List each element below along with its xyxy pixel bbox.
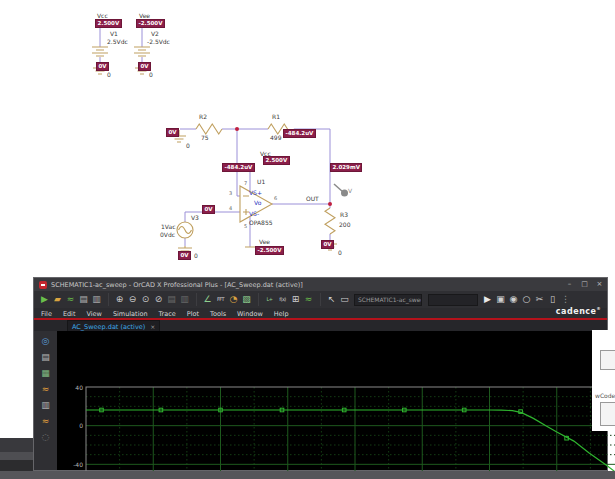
background-fragment-box bbox=[600, 402, 615, 426]
print-icon[interactable]: ▥ bbox=[91, 293, 103, 306]
bias-box-out: 2.029mV bbox=[330, 163, 362, 172]
toolbar-separator bbox=[315, 293, 321, 306]
simulation-queue-icon[interactable]: ▥ bbox=[39, 399, 52, 412]
u1-pin6: 6 bbox=[274, 195, 277, 202]
plot-side-toolbar: ◎▤▦≈▥≈◌ bbox=[34, 331, 58, 470]
menu-simulation[interactable]: Simulation bbox=[113, 310, 148, 318]
toolbar: ▶▰≈▤▥⊕⊖⊙⊘▤▥∠FFT◔▧L+f(x)⊞≈↖▭SCHEMATIC1-ac… bbox=[34, 291, 607, 308]
edit-simulation-settings-icon[interactable]: ≈ bbox=[39, 383, 52, 396]
menu-trace[interactable]: Trace bbox=[159, 310, 176, 318]
rerun-simulation-icon[interactable]: ≈ bbox=[39, 415, 52, 428]
stop-icon[interactable]: ○ bbox=[521, 293, 533, 306]
simulation-profile-combo[interactable]: SCHEMATIC1-ac_sweep bbox=[354, 294, 422, 306]
background-fragment-text: wCode bbox=[595, 392, 615, 399]
overflow-menu-icon[interactable]: ⋮ bbox=[560, 293, 572, 306]
menu-view[interactable]: View bbox=[86, 310, 101, 318]
r3-value: 200 bbox=[339, 221, 350, 228]
simulation-results-icon[interactable]: ▦ bbox=[39, 367, 52, 380]
add-plot-icon[interactable]: ⊞ bbox=[290, 293, 302, 306]
menu-tools[interactable]: Tools bbox=[210, 310, 226, 318]
background-window-fragment: wCode bbox=[592, 330, 615, 431]
menu-edit[interactable]: Edit bbox=[63, 310, 76, 318]
bias-box-0v-v1: 0V bbox=[96, 62, 109, 71]
new-simulation-icon[interactable]: ▶ bbox=[39, 293, 51, 306]
save-results-icon[interactable]: ▣ bbox=[495, 293, 507, 306]
gnd-0-v1: 0 bbox=[107, 71, 111, 78]
menu-file[interactable]: File bbox=[41, 310, 52, 318]
tab-close-icon[interactable]: × bbox=[150, 323, 155, 330]
battery-v1 bbox=[92, 47, 108, 56]
zoom-out-icon[interactable]: ⊖ bbox=[127, 293, 139, 306]
menu-window[interactable]: Window bbox=[237, 310, 263, 318]
chart-line-icon[interactable]: ▧ bbox=[241, 293, 253, 306]
bottom-bar bbox=[0, 471, 615, 479]
app-icon bbox=[39, 281, 47, 289]
close-button[interactable]: × bbox=[592, 279, 607, 290]
r2-value: 75 bbox=[201, 134, 209, 141]
minimize-button[interactable]: – bbox=[562, 279, 577, 290]
v1-value: 2.5Vdc bbox=[107, 38, 128, 45]
screen: Vcc V1 2.5Vdc 0 Vee V2 -2.5Vdc 0 R2 75 R… bbox=[0, 0, 615, 479]
zoom-fit-icon[interactable]: ⊘ bbox=[153, 293, 165, 306]
eval-goal-function-icon[interactable]: f(x) bbox=[277, 293, 289, 306]
u1-part: OPA855 bbox=[249, 219, 273, 226]
y-tick-label: 0 bbox=[67, 422, 83, 429]
resistor-r2 bbox=[196, 124, 222, 134]
schematic-drawing bbox=[0, 0, 615, 277]
mute-output-icon[interactable]: ◌ bbox=[39, 431, 52, 444]
u1-pin4: 4 bbox=[229, 205, 232, 212]
plot-y-axis-icon[interactable]: ∠ bbox=[202, 293, 214, 306]
r3-ref: R3 bbox=[340, 211, 348, 218]
bias-box-0v-v2: 0V bbox=[138, 62, 151, 71]
u1-ref: U1 bbox=[257, 178, 265, 185]
title-bar[interactable]: SCHEMATIC1-ac_sweep - OrCAD X Profession… bbox=[34, 278, 607, 291]
u1-vo-label: Vo bbox=[254, 199, 261, 206]
v3-ac: 1Vac bbox=[161, 223, 175, 230]
add-y-axis-icon[interactable]: L+ bbox=[264, 293, 276, 306]
background-fragment-box bbox=[600, 350, 615, 370]
open-file-icon[interactable]: ▰ bbox=[52, 293, 64, 306]
mark-data-points-icon[interactable]: ▭ bbox=[339, 293, 351, 306]
bias-box-0v-left: 0V bbox=[166, 128, 179, 137]
v3-dc: 0Vdc bbox=[160, 231, 175, 238]
menu-help[interactable]: Help bbox=[274, 310, 289, 318]
secondary-combo[interactable] bbox=[428, 294, 478, 306]
copy-page-icon[interactable]: ▤ bbox=[166, 293, 178, 306]
net-label-vee2: Vee bbox=[259, 238, 270, 245]
bias-box-inv-node: -484.2uV bbox=[283, 129, 316, 138]
y-tick-label: -40 bbox=[67, 461, 83, 468]
zoom-area-icon[interactable]: ⊙ bbox=[140, 293, 152, 306]
battery-v2 bbox=[134, 47, 150, 56]
paste-page-icon[interactable]: ▥ bbox=[179, 293, 191, 306]
fft-icon[interactable]: FFT bbox=[215, 293, 227, 306]
run-simulation-icon[interactable]: ▶ bbox=[482, 293, 494, 306]
performance-analysis-icon[interactable]: ◔ bbox=[228, 293, 240, 306]
save-file-icon[interactable]: ▤ bbox=[78, 293, 90, 306]
menu-plot[interactable]: Plot bbox=[187, 310, 199, 318]
v2-value: -2.5Vdc bbox=[147, 38, 170, 45]
toolbar-separator bbox=[103, 293, 109, 306]
cut-icon[interactable]: ✂ bbox=[534, 293, 546, 306]
simulation-output-file-icon[interactable]: ▤ bbox=[39, 351, 52, 364]
record-icon[interactable]: ◉ bbox=[508, 293, 520, 306]
probe-v-label: V bbox=[348, 187, 352, 194]
trace-db-vout bbox=[86, 410, 615, 479]
copy-icon[interactable]: ▯ bbox=[547, 293, 559, 306]
add-trace-icon[interactable]: ≈ bbox=[303, 293, 315, 306]
u1-vsminus-label: VS- bbox=[249, 210, 259, 217]
background-band bbox=[0, 452, 33, 460]
tab-label: AC_Sweep.dat (active) bbox=[72, 323, 145, 331]
maximize-button[interactable]: □ bbox=[577, 279, 592, 290]
background-band bbox=[0, 438, 33, 452]
zoom-in-icon[interactable]: ⊕ bbox=[114, 293, 126, 306]
u1-pin5: 5 bbox=[244, 223, 247, 230]
gnd-0-v3: 0 bbox=[194, 252, 198, 259]
view-waveform-icon[interactable]: ≈ bbox=[65, 293, 77, 306]
u1-pin3: 3 bbox=[229, 190, 232, 197]
frequency-response-plot bbox=[86, 387, 615, 479]
plot-area[interactable]: 400-40-80 1.0KHz10KHz100KHz1.0MHz10MHz10… bbox=[57, 331, 607, 470]
r1-value: 499 bbox=[270, 134, 281, 141]
voltage-probe-icon bbox=[334, 184, 348, 197]
cursor-select-icon[interactable]: ↖ bbox=[326, 293, 338, 306]
pin-window-icon[interactable]: ◎ bbox=[39, 335, 52, 348]
